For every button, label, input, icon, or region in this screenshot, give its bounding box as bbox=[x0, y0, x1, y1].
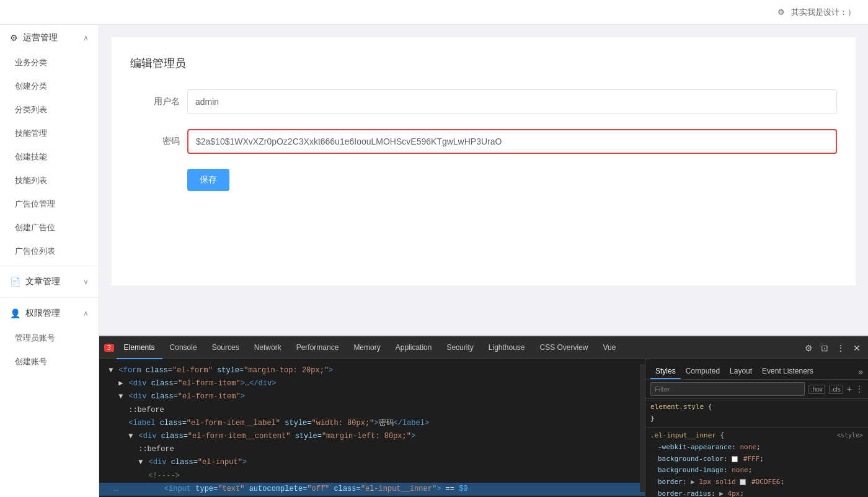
devtools-styles-panel: Styles Computed Layout Event Listeners »… bbox=[645, 359, 868, 497]
devtools-tab-network[interactable]: Network bbox=[247, 337, 289, 359]
border-color-swatch[interactable] bbox=[740, 479, 746, 485]
dom-line-3[interactable]: ▼ <div class="el-form-item"> bbox=[99, 390, 645, 403]
sidebar-divider-1 bbox=[0, 266, 99, 266]
dom-line-10[interactable]: … <input type="text" autocomplete="off" … bbox=[99, 483, 645, 496]
error-badge: 3 bbox=[104, 344, 114, 352]
devtools-close-icon[interactable]: ✕ bbox=[851, 342, 863, 354]
dom-line-9[interactable]: <!----> bbox=[99, 470, 645, 483]
page-title: 编辑管理员 bbox=[130, 56, 837, 71]
styles-tab-computed[interactable]: Computed bbox=[681, 364, 725, 379]
top-bar-user-text: 其实我是设计：） bbox=[791, 7, 856, 18]
dom-line-1[interactable]: ▼ <form class="el-form" style="margin-to… bbox=[99, 364, 645, 377]
password-input[interactable] bbox=[187, 129, 837, 154]
top-bar-right: ⚙ 其实我是设计：） bbox=[776, 7, 856, 18]
sidebar-item-skill-management[interactable]: 技能管理 bbox=[0, 122, 99, 145]
styles-filter-input[interactable] bbox=[650, 382, 805, 396]
element-style-rule: element.style { } bbox=[650, 401, 863, 424]
devtools-dom-tree: ▼ <form class="el-form" style="margin-to… bbox=[99, 359, 645, 497]
devtools-content: ▼ <form class="el-form" style="margin-to… bbox=[99, 359, 868, 497]
settings-icon[interactable]: ⚙ bbox=[776, 7, 786, 17]
sidebar-item-admin-accounts[interactable]: 管理员账号 bbox=[0, 326, 99, 350]
devtools-settings-icon[interactable]: ⚙ bbox=[802, 342, 815, 354]
password-label: 密码 bbox=[130, 136, 180, 147]
sidebar-permissions-items: 管理员账号 创建账号 bbox=[0, 326, 99, 374]
sidebar: ⚙ 运营管理 ∧ 业务分类 创建分类 分类列表 技能管理 创建技能 技能列表 广… bbox=[0, 25, 99, 497]
username-label: 用户名 bbox=[130, 96, 180, 107]
sidebar-item-ad-management[interactable]: 广告位管理 bbox=[0, 192, 99, 216]
devtools-tab-css-overview[interactable]: CSS Overview bbox=[533, 337, 596, 359]
top-bar: ⚙ 其实我是设计：） bbox=[0, 0, 868, 25]
sidebar-group-operations[interactable]: ⚙ 运营管理 ∧ bbox=[0, 25, 99, 51]
sidebar-group-articles[interactable]: 📄 文章管理 ∨ bbox=[0, 269, 99, 295]
dom-line-6[interactable]: ▼ <div class="el-form-item__content" sty… bbox=[99, 430, 645, 443]
doc-icon: 📄 bbox=[10, 277, 20, 287]
devtools-tab-performance[interactable]: Performance bbox=[289, 337, 347, 359]
el-input-inner-rule: .el-input__inner { <style> -webkit-appea… bbox=[650, 430, 863, 497]
cls-btn[interactable]: .cls bbox=[829, 385, 843, 394]
styles-tab-event-listeners[interactable]: Event Listeners bbox=[757, 364, 818, 379]
dom-line-7[interactable]: ::before bbox=[99, 443, 645, 456]
sidebar-item-create-account[interactable]: 创建账号 bbox=[0, 350, 99, 374]
sidebar-item-skill-list[interactable]: 技能列表 bbox=[0, 169, 99, 192]
styles-tab-styles[interactable]: Styles bbox=[650, 364, 681, 379]
main-layout: ⚙ 运营管理 ∧ 业务分类 创建分类 分类列表 技能管理 创建技能 技能列表 广… bbox=[0, 25, 868, 497]
devtools-more-icon[interactable]: ⋮ bbox=[835, 342, 847, 354]
dom-line-5[interactable]: <label class="el-form-item__label" style… bbox=[99, 417, 645, 430]
sidebar-item-create-category[interactable]: 创建分类 bbox=[0, 74, 99, 98]
devtools-tab-lighthouse[interactable]: Lighthouse bbox=[481, 337, 533, 359]
sidebar-item-ad-list[interactable]: 广告位列表 bbox=[0, 240, 99, 263]
dom-line-2[interactable]: ▶ <div class="el-form-item">…</div> bbox=[99, 377, 645, 390]
devtools-panel: 3 Elements Console Sources Network Perfo… bbox=[99, 336, 868, 497]
devtools-tab-sources[interactable]: Sources bbox=[205, 337, 247, 359]
sidebar-group-articles-label: 文章管理 bbox=[25, 276, 60, 287]
devtools-tab-application[interactable]: Application bbox=[388, 337, 440, 359]
hov-btn[interactable]: :hov bbox=[808, 385, 825, 394]
devtools-tab-elements[interactable]: Elements bbox=[117, 337, 162, 359]
form-item-username: 用户名 bbox=[130, 89, 837, 114]
devtools-tab-console[interactable]: Console bbox=[162, 337, 205, 359]
styles-more-btn[interactable]: ⋮ bbox=[856, 385, 863, 393]
app-container: ⚙ 其实我是设计：） ⚙ 运营管理 ∧ 业务分类 创建分类 分类列表 技能管理 … bbox=[0, 0, 868, 497]
sidebar-group-operations-label: 运营管理 bbox=[23, 32, 58, 43]
sidebar-item-create-skill[interactable]: 创建技能 bbox=[0, 145, 99, 169]
bg-color-swatch[interactable] bbox=[732, 456, 738, 462]
styles-tab-layout[interactable]: Layout bbox=[725, 364, 757, 379]
form-actions: 保存 bbox=[187, 169, 837, 191]
sidebar-item-category-list[interactable]: 分类列表 bbox=[0, 98, 99, 122]
form-item-password: 密码 bbox=[130, 129, 837, 154]
sidebar-group-permissions[interactable]: 👤 权限管理 ∧ bbox=[0, 300, 99, 326]
username-input-wrapper bbox=[187, 89, 837, 114]
devtools-dock-icon[interactable]: ⊡ bbox=[818, 342, 831, 354]
username-input[interactable] bbox=[187, 89, 837, 114]
sidebar-item-create-ad[interactable]: 创建广告位 bbox=[0, 216, 99, 240]
person-icon: 👤 bbox=[10, 308, 20, 318]
dom-line-8[interactable]: ▼ <div class="el-input"> bbox=[99, 456, 645, 469]
devtools-tab-memory[interactable]: Memory bbox=[346, 337, 388, 359]
devtools-tab-icons: ⚙ ⊡ ⋮ ✕ bbox=[802, 342, 863, 354]
sidebar-item-business-category[interactable]: 业务分类 bbox=[0, 51, 99, 74]
chevron-down-icon-articles: ∨ bbox=[83, 277, 89, 286]
password-input-wrapper bbox=[187, 129, 837, 154]
add-style-btn[interactable]: + bbox=[847, 384, 852, 394]
devtools-tab-vue[interactable]: Vue bbox=[596, 337, 624, 359]
page-card: 编辑管理员 用户名 密码 bbox=[112, 37, 856, 285]
el-input-inner-section: .el-input__inner { <style> -webkit-appea… bbox=[645, 428, 868, 497]
styles-tab-more[interactable]: » bbox=[858, 367, 863, 377]
gear-icon: ⚙ bbox=[10, 33, 18, 43]
styles-panel-content: Styles Computed Layout Event Listeners »… bbox=[645, 359, 868, 497]
content-area: 编辑管理员 用户名 密码 bbox=[99, 25, 868, 336]
dom-line-4[interactable]: ::before bbox=[99, 404, 645, 417]
devtools-tab-security[interactable]: Security bbox=[439, 337, 480, 359]
save-button[interactable]: 保存 bbox=[187, 169, 229, 191]
sidebar-group-permissions-label: 权限管理 bbox=[25, 308, 60, 319]
sidebar-divider-2 bbox=[0, 297, 99, 298]
element-style-section: element.style { } bbox=[645, 399, 868, 428]
chevron-up-icon-permissions: ∧ bbox=[83, 309, 89, 318]
devtools-tabs: 3 Elements Console Sources Network Perfo… bbox=[99, 337, 868, 359]
chevron-up-icon: ∧ bbox=[83, 34, 89, 42]
sidebar-operations-items: 业务分类 创建分类 分类列表 技能管理 创建技能 技能列表 广告位管理 创建广告… bbox=[0, 51, 99, 263]
